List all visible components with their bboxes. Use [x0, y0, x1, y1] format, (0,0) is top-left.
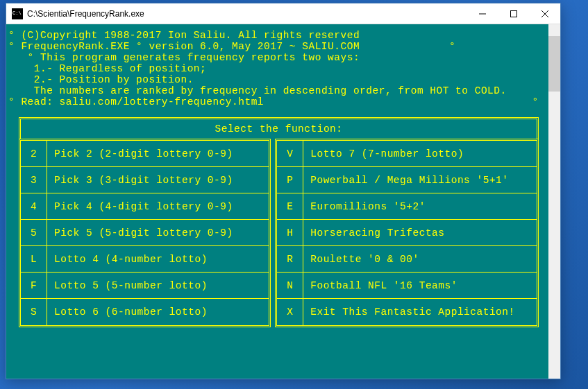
menu-item[interactable]: LLotto 4 (4-number lotto)	[21, 246, 269, 273]
close-button[interactable]	[529, 3, 560, 24]
menu-key: R	[277, 246, 303, 272]
menu-item[interactable]: HHorseracing Trifectas	[277, 220, 537, 246]
header-opt2: 2.- Position by position.	[6, 74, 548, 85]
menu-column-left: 2Pick 2 (2-digit lottery 0-9)3Pick 3 (3-…	[19, 139, 271, 327]
menu-key: 5	[21, 220, 47, 245]
menu-label: Lotto 5 (5-number lotto)	[47, 280, 269, 291]
menu-title: Select the function:	[19, 117, 539, 139]
menu-item[interactable]: PPowerball / Mega Millions '5+1'	[277, 167, 537, 193]
header-desc: ° This program generates frequency repor…	[6, 52, 548, 63]
menu-item[interactable]: 4Pick 4 (4-digit lottery 0-9)	[21, 193, 269, 220]
svg-rect-1	[510, 10, 516, 17]
vertical-scrollbar[interactable]	[548, 24, 560, 379]
menu-key: N	[277, 273, 303, 298]
menu-key: 4	[21, 193, 47, 219]
menu-key: P	[277, 167, 303, 193]
minimize-button[interactable]	[467, 3, 498, 24]
header-opt1: 1.- Regardless of position;	[6, 63, 548, 74]
menu-item[interactable]: 2Pick 2 (2-digit lottery 0-9)	[21, 141, 269, 167]
titlebar[interactable]: C:\Scientia\FrequencyRank.exe	[6, 3, 560, 24]
menu-item[interactable]: EEuromillions '5+2'	[277, 193, 537, 220]
window-controls	[467, 3, 560, 24]
maximize-icon	[510, 10, 517, 17]
menu-column-right: VLotto 7 (7-number lotto)PPowerball / Me…	[275, 139, 539, 327]
menu-key: V	[277, 141, 303, 166]
header-read: ° Read: saliu.com/lottery-frequency.html…	[6, 96, 548, 107]
menu-key: F	[21, 273, 47, 298]
menu-item[interactable]: RRoulette '0 & 00'	[277, 246, 537, 273]
menu-grid: 2Pick 2 (2-digit lottery 0-9)3Pick 3 (3-…	[19, 139, 539, 327]
header-product: ° FrequencyRank.EXE ° version 6.0, May 2…	[6, 41, 548, 52]
menu-label: Exit This Fantastic Application!	[303, 306, 537, 318]
menu-label: Pick 5 (5-digit lottery 0-9)	[47, 227, 269, 239]
menu-label: Pick 3 (3-digit lottery 0-9)	[47, 175, 269, 186]
scrollbar-thumb[interactable]	[548, 36, 560, 92]
menu-label: Euromillions '5+2'	[303, 201, 537, 212]
menu-label: Football NFL '16 Teams'	[303, 280, 537, 291]
menu-item[interactable]: 5Pick 5 (5-digit lottery 0-9)	[21, 220, 269, 246]
menu-label: Roulette '0 & 00'	[303, 254, 537, 265]
menu-key: X	[277, 299, 303, 325]
menu-label: Powerball / Mega Millions '5+1'	[303, 175, 537, 186]
menu-item[interactable]: 3Pick 3 (3-digit lottery 0-9)	[21, 167, 269, 193]
header-note: The numbers are ranked by frequency in d…	[6, 85, 548, 96]
menu-key: S	[21, 299, 47, 325]
app-icon	[12, 8, 23, 19]
maximize-button[interactable]	[498, 3, 529, 24]
menu-item[interactable]: FLotto 5 (5-number lotto)	[21, 273, 269, 299]
menu-item[interactable]: VLotto 7 (7-number lotto)	[277, 141, 537, 167]
menu-label: Pick 2 (2-digit lottery 0-9)	[47, 148, 269, 159]
menu-key: H	[277, 220, 303, 245]
app-window: C:\Scientia\FrequencyRank.exe ° (C)Copyr…	[6, 3, 561, 379]
menu-label: Pick 4 (4-digit lottery 0-9)	[47, 201, 269, 212]
close-icon	[541, 10, 548, 17]
console-area: ° (C)Copyright 1988-2017 Ion Saliu. All …	[6, 24, 560, 379]
menu-label: Horseracing Trifectas	[303, 227, 537, 239]
menu-box: Select the function: 2Pick 2 (2-digit lo…	[19, 117, 539, 327]
menu-item[interactable]: NFootball NFL '16 Teams'	[277, 273, 537, 299]
header-copyright: ° (C)Copyright 1988-2017 Ion Saliu. All …	[6, 30, 548, 41]
minimize-icon	[479, 10, 486, 17]
menu-key: 2	[21, 141, 47, 166]
window-title: C:\Scientia\FrequencyRank.exe	[27, 9, 467, 19]
menu-label: Lotto 4 (4-number lotto)	[47, 254, 269, 265]
menu-item[interactable]: SLotto 6 (6-number lotto)	[21, 299, 269, 325]
menu-label: Lotto 7 (7-number lotto)	[303, 148, 537, 159]
menu-key: 3	[21, 167, 47, 193]
console-content: ° (C)Copyright 1988-2017 Ion Saliu. All …	[6, 30, 548, 327]
menu-key: E	[277, 193, 303, 219]
menu-key: L	[21, 246, 47, 272]
menu-item[interactable]: XExit This Fantastic Application!	[277, 299, 537, 325]
menu-label: Lotto 6 (6-number lotto)	[47, 306, 269, 318]
